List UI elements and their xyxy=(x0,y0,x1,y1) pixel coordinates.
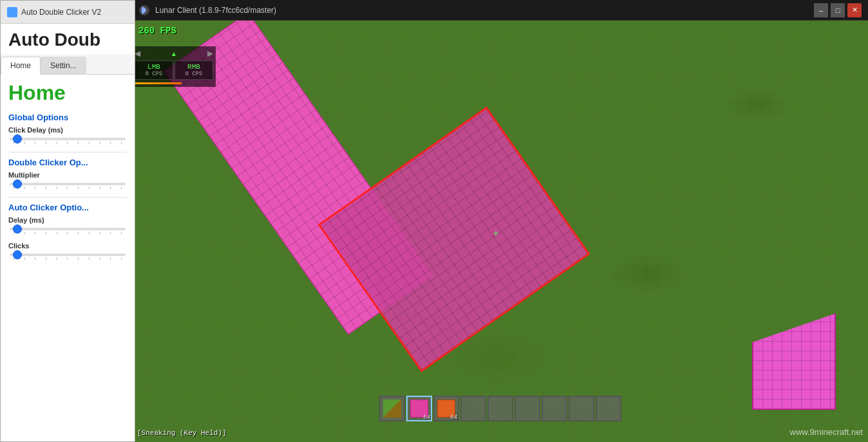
window-controls: – □ ✕ xyxy=(814,3,862,17)
click-delay-label: Click Delay (ms) xyxy=(8,126,127,134)
delay-track xyxy=(10,228,126,230)
cps-widget: ◀ ▲ ▶ LMB 0 CPS RMB 0 CPS xyxy=(132,46,216,87)
tick xyxy=(121,187,122,189)
adc-app-title: Auto Doub xyxy=(8,30,127,50)
tick xyxy=(35,142,35,144)
adc-header: Auto Doub xyxy=(1,24,135,54)
clicks-slider-container xyxy=(8,253,127,260)
tick xyxy=(121,257,122,260)
lunar-icon xyxy=(138,5,150,16)
game-viewport[interactable]: 260 FPS ◀ ▲ ▶ LMB 0 CPS RMB 0 CPS xyxy=(132,21,868,442)
tick xyxy=(57,187,57,189)
fps-counter: 260 FPS xyxy=(138,26,176,36)
tick xyxy=(89,257,90,260)
tick xyxy=(121,232,122,234)
tick xyxy=(100,257,100,260)
cps-nav: ◀ ▲ ▶ xyxy=(135,49,213,58)
tab-settings[interactable]: Settin... xyxy=(41,57,86,74)
hotbar-slot-4[interactable] xyxy=(460,396,486,421)
lunar-titlebar: Lunar Client (1.8.9-7fcc6cd/master) – □ … xyxy=(132,0,868,21)
tick xyxy=(100,142,100,144)
tick xyxy=(110,187,111,189)
tick xyxy=(89,142,90,144)
tick xyxy=(67,142,68,144)
tick xyxy=(46,142,46,144)
tick xyxy=(67,232,68,234)
hotbar-slot-5[interactable] xyxy=(487,396,513,421)
hotbar-slot-empty-6[interactable] xyxy=(514,396,540,421)
tick xyxy=(46,232,46,234)
maximize-button[interactable]: □ xyxy=(831,3,845,17)
hotbar-slot-grass[interactable] xyxy=(379,396,405,421)
cps-buttons: LMB 0 CPS RMB 0 CPS xyxy=(135,60,213,80)
tick xyxy=(24,142,25,144)
status-bar: [Sneaking (Key Held)] xyxy=(137,429,227,437)
tick xyxy=(78,257,79,260)
pink-item-count: 64 xyxy=(424,414,431,421)
multiplier-label: Multiplier xyxy=(8,171,127,179)
hotbar-slot-8[interactable] xyxy=(569,396,594,421)
tab-home[interactable]: Home xyxy=(1,57,41,75)
lmb-display: LMB 0 CPS xyxy=(135,60,173,80)
hotbar-slot-1[interactable] xyxy=(379,396,405,421)
crosshair: + xyxy=(493,228,498,238)
tick xyxy=(67,187,68,189)
delay-ticks xyxy=(10,232,126,234)
hotbar: 64 64 xyxy=(379,396,621,421)
orange-item-count: 64 xyxy=(451,414,458,421)
hotbar-slot-7[interactable] xyxy=(542,396,567,421)
tick xyxy=(57,142,57,144)
tick xyxy=(35,232,35,234)
adc-app-icon xyxy=(7,7,17,17)
adc-window: Auto Double Clicker V2 Auto Doub Home Se… xyxy=(0,0,135,442)
clicks-ticks xyxy=(10,257,126,260)
lunar-titlebar-text: Lunar Client (1.8.9-7fcc6cd/master) xyxy=(155,6,814,15)
cps-right-arrow[interactable]: ▶ xyxy=(207,49,213,58)
tick xyxy=(110,142,111,144)
minimize-button[interactable]: – xyxy=(814,3,828,17)
delay-label: Delay (ms) xyxy=(8,216,127,224)
hotbar-slot-empty-4[interactable] xyxy=(460,396,486,421)
hotbar-slot-empty-8[interactable] xyxy=(569,396,594,421)
tick xyxy=(89,187,90,189)
cps-up-arrow: ▲ xyxy=(171,50,177,57)
multiplier-track xyxy=(10,183,126,185)
grass-item xyxy=(383,400,401,418)
tick xyxy=(35,257,35,260)
tick xyxy=(35,187,35,189)
home-label: Home xyxy=(8,81,127,105)
hotbar-slot-9[interactable] xyxy=(596,396,621,421)
tick xyxy=(57,257,57,260)
hotbar-slot-empty-5[interactable] xyxy=(487,396,513,421)
tick xyxy=(67,257,68,260)
cluster-texture xyxy=(752,313,836,410)
delay-slider-container xyxy=(8,228,127,234)
adc-tabs: Home Settin... xyxy=(1,54,135,75)
pink-cluster-right xyxy=(752,313,836,410)
cps-left-arrow[interactable]: ◀ xyxy=(135,49,140,58)
tick xyxy=(100,232,100,234)
tick xyxy=(24,232,25,234)
lmb-value: 0 CPS xyxy=(138,71,170,77)
watermark: www.9minecraft.net xyxy=(790,427,863,437)
tick xyxy=(110,257,111,260)
tick xyxy=(89,232,90,234)
tick xyxy=(121,142,122,144)
adc-content: Home Global Options Click Delay (ms) xyxy=(1,75,135,441)
rmb-display: RMB 0 CPS xyxy=(175,60,213,80)
double-clicker-title: Double Clicker Op... xyxy=(8,158,127,167)
close-button[interactable]: ✕ xyxy=(847,3,862,17)
tick xyxy=(24,187,25,189)
tick xyxy=(78,232,79,234)
tick xyxy=(110,232,111,234)
tick xyxy=(100,187,100,189)
clicks-label: Clicks xyxy=(8,242,127,250)
hotbar-slot-empty-9[interactable] xyxy=(596,396,621,421)
click-delay-slider-container xyxy=(8,138,127,144)
hotbar-slot-3[interactable]: 64 xyxy=(433,396,459,421)
tick xyxy=(24,257,25,260)
hotbar-slot-6[interactable] xyxy=(514,396,540,421)
hotbar-slot-2[interactable]: 64 xyxy=(406,396,432,421)
hotbar-slot-empty-7[interactable] xyxy=(542,396,567,421)
global-options-title: Global Options xyxy=(8,113,127,122)
